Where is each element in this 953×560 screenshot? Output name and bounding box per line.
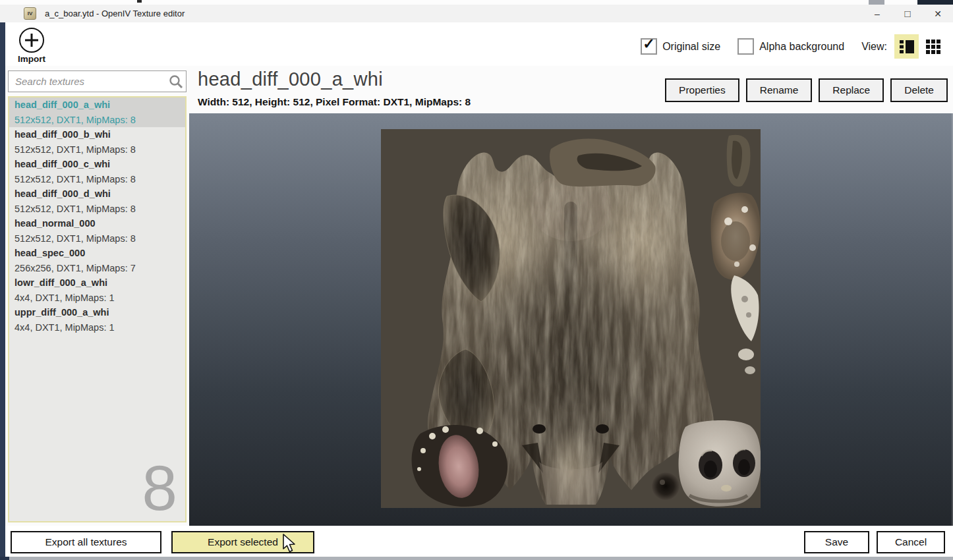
- texture-details: 512x512, DXT1, MipMaps: 8: [14, 172, 185, 187]
- footer-bar: Export all textures Export selected Save…: [5, 526, 953, 557]
- window-title: a_c_boar.ytd - OpenIV Texture editor: [45, 9, 185, 18]
- app-icon: IV: [24, 7, 36, 20]
- view-label: View:: [861, 41, 887, 53]
- background-window-fragment: [869, 0, 884, 5]
- view-options: ✓ Original size Alpha background View:: [641, 34, 945, 59]
- grid-view-icon: [925, 39, 941, 55]
- list-item-head-diff-000-b-whi[interactable]: head_diff_000_b_whi 512x512, DXT1, MipMa…: [9, 127, 185, 157]
- texture-name: head_diff_000_c_whi: [14, 157, 185, 172]
- original-size-label[interactable]: Original size: [662, 41, 720, 53]
- background-window-fragment: [137, 0, 142, 3]
- alpha-background-checkbox[interactable]: [737, 38, 754, 55]
- texture-name: head_normal_000: [14, 216, 185, 231]
- texture-details: 512x512, DXT1, MipMaps: 8: [14, 142, 185, 157]
- import-button-label: Import: [13, 54, 50, 64]
- export-all-textures-button[interactable]: Export all textures: [11, 531, 161, 553]
- list-item-head-diff-000-a-whi[interactable]: head_diff_000_a_whi 512x512, DXT1, MipMa…: [9, 98, 185, 127]
- rename-button[interactable]: Rename: [746, 78, 813, 102]
- close-button[interactable]: ✕: [923, 5, 953, 22]
- save-button[interactable]: Save: [804, 531, 869, 553]
- window-corner-fragment: [0, 557, 9, 560]
- import-button[interactable]: Import: [13, 28, 50, 64]
- list-item-head-diff-000-d-whi[interactable]: head_diff_000_d_whi 512x512, DXT1, MipMa…: [9, 186, 185, 216]
- search-box: [8, 70, 187, 92]
- texture-name: uppr_diff_000_a_whi: [14, 305, 185, 320]
- toolbar: Import ✓ Original size Alpha background …: [5, 22, 953, 66]
- texture-details: 512x512, DXT1, MipMaps: 8: [14, 113, 185, 128]
- maximize-button[interactable]: □: [892, 5, 923, 22]
- texture-count-badge: 8: [142, 457, 177, 520]
- export-selected-button[interactable]: Export selected: [171, 531, 314, 553]
- texture-details: 4x4, DXT1, MipMaps: 1: [14, 320, 185, 335]
- texture-preview-image: [381, 129, 761, 508]
- texture-info: Width: 512, Height: 512, Pixel Format: D…: [198, 96, 471, 108]
- magnifier-icon[interactable]: [167, 73, 185, 90]
- list-item-uppr-diff-000-a-whi[interactable]: uppr_diff_000_a_whi 4x4, DXT1, MipMaps: …: [9, 305, 185, 335]
- texture-name: lowr_diff_000_a_whi: [14, 275, 185, 291]
- sidebar: head_diff_000_a_whi 512x512, DXT1, MipMa…: [5, 66, 189, 526]
- texture-details: 256x256, DXT1, MipMaps: 7: [14, 261, 185, 276]
- minimize-button[interactable]: –: [862, 5, 892, 22]
- texture-list: head_diff_000_a_whi 512x512, DXT1, MipMa…: [8, 96, 187, 522]
- plus-circle-icon: [19, 28, 44, 53]
- texture-name: head_spec_000: [14, 246, 185, 261]
- window-controls: – □ ✕: [862, 5, 953, 22]
- list-item-head-normal-000[interactable]: head_normal_000 512x512, DXT1, MipMaps: …: [9, 216, 185, 246]
- replace-button[interactable]: Replace: [819, 78, 884, 102]
- background-window-fragment: [917, 0, 953, 5]
- desktop-strip: [0, 557, 953, 560]
- texture-details: 512x512, DXT1, MipMaps: 8: [14, 231, 185, 246]
- list-item-lowr-diff-000-a-whi[interactable]: lowr_diff_000_a_whi 4x4, DXT1, MipMaps: …: [9, 275, 185, 305]
- main-header: head_diff_000_a_whi Width: 512, Height: …: [189, 66, 953, 113]
- original-size-checkbox[interactable]: ✓: [641, 38, 657, 55]
- properties-button[interactable]: Properties: [665, 78, 739, 102]
- texture-preview-area: [189, 113, 953, 526]
- checkmark-icon: ✓: [643, 36, 654, 53]
- texture-details: 512x512, DXT1, MipMaps: 8: [14, 202, 185, 217]
- texture-name: head_diff_000_d_whi: [14, 186, 185, 202]
- texture-details: 4x4, DXT1, MipMaps: 1: [14, 291, 185, 306]
- background-desktop-strip: [0, 0, 953, 5]
- list-item-head-spec-000[interactable]: head_spec_000 256x256, DXT1, MipMaps: 7: [9, 246, 185, 275]
- search-input[interactable]: [9, 75, 167, 88]
- title-bar: IV a_c_boar.ytd - OpenIV Texture editor …: [0, 5, 953, 22]
- grid-view-button[interactable]: [921, 34, 945, 59]
- texture-name: head_diff_000_b_whi: [14, 127, 185, 142]
- list-item-head-diff-000-c-whi[interactable]: head_diff_000_c_whi 512x512, DXT1, MipMa…: [9, 157, 185, 186]
- window-left-border: [0, 22, 5, 557]
- texture-name: head_diff_000_a_whi: [14, 98, 185, 113]
- cancel-button[interactable]: Cancel: [877, 531, 945, 553]
- details-view-icon: [899, 39, 915, 55]
- header-actions: Properties Rename Replace Delete: [665, 78, 948, 102]
- details-view-button[interactable]: [894, 34, 919, 59]
- alpha-background-label[interactable]: Alpha background: [759, 41, 844, 53]
- texture-title: head_diff_000_a_whi: [198, 69, 383, 90]
- delete-button[interactable]: Delete: [890, 78, 948, 102]
